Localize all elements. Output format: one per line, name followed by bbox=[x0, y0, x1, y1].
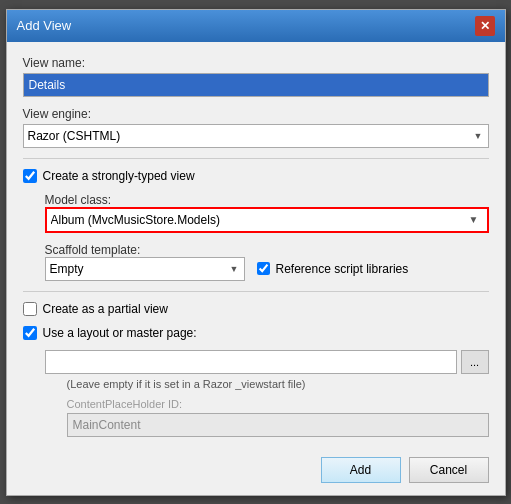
dialog-title: Add View bbox=[17, 18, 72, 33]
view-engine-select[interactable]: Razor (CSHTML) ASPX bbox=[23, 124, 489, 148]
model-class-dropdown-icon[interactable]: ▼ bbox=[465, 214, 483, 225]
view-name-group: View name: bbox=[23, 56, 489, 97]
cancel-button[interactable]: Cancel bbox=[409, 457, 489, 483]
partial-view-row: Create as a partial view bbox=[23, 302, 489, 316]
content-placeholder-label: ContentPlaceHolder ID: bbox=[67, 398, 489, 410]
dialog-body: View name: View engine: Razor (CSHTML) A… bbox=[7, 42, 505, 449]
use-layout-label[interactable]: Use a layout or master page: bbox=[43, 326, 197, 340]
title-bar: Add View ✕ bbox=[7, 10, 505, 42]
ref-script-row: Reference script libraries bbox=[257, 262, 409, 276]
browse-button[interactable]: ... bbox=[461, 350, 489, 374]
layout-hint: (Leave empty if it is set in a Razor _vi… bbox=[67, 378, 489, 390]
use-layout-row: Use a layout or master page: bbox=[23, 326, 489, 340]
add-view-dialog: Add View ✕ View name: View engine: Razor… bbox=[6, 9, 506, 496]
view-name-label: View name: bbox=[23, 56, 489, 70]
ref-script-checkbox[interactable] bbox=[257, 262, 270, 275]
layout-path-input[interactable] bbox=[45, 350, 457, 374]
view-engine-label: View engine: bbox=[23, 107, 489, 121]
scaffold-select-wrapper: Empty Create Delete Details Edit List bbox=[45, 257, 245, 281]
model-class-input[interactable] bbox=[51, 213, 465, 227]
divider-2 bbox=[23, 291, 489, 292]
model-class-box: ▼ bbox=[45, 207, 489, 233]
divider-1 bbox=[23, 158, 489, 159]
strongly-typed-checkbox[interactable] bbox=[23, 169, 37, 183]
scaffold-select[interactable]: Empty Create Delete Details Edit List bbox=[45, 257, 245, 281]
layout-input-group: ... (Leave empty if it is set in a Razor… bbox=[45, 350, 489, 437]
strongly-typed-row: Create a strongly-typed view bbox=[23, 169, 489, 183]
dialog-footer: Add Cancel bbox=[7, 449, 505, 495]
partial-view-checkbox[interactable] bbox=[23, 302, 37, 316]
content-placeholder-input[interactable] bbox=[67, 413, 489, 437]
ref-script-label[interactable]: Reference script libraries bbox=[276, 262, 409, 276]
partial-view-label[interactable]: Create as a partial view bbox=[43, 302, 168, 316]
add-button[interactable]: Add bbox=[321, 457, 401, 483]
scaffold-label: Scaffold template: bbox=[45, 243, 141, 257]
scaffold-row: Empty Create Delete Details Edit List Re… bbox=[45, 257, 489, 281]
close-button[interactable]: ✕ bbox=[475, 16, 495, 36]
model-class-group: Model class: ▼ bbox=[45, 193, 489, 233]
use-layout-checkbox[interactable] bbox=[23, 326, 37, 340]
model-class-label: Model class: bbox=[45, 193, 112, 207]
strongly-typed-label[interactable]: Create a strongly-typed view bbox=[43, 169, 195, 183]
scaffold-group: Scaffold template: Empty Create Delete D… bbox=[45, 243, 489, 281]
view-engine-select-wrapper: Razor (CSHTML) ASPX bbox=[23, 124, 489, 148]
layout-input-row: ... bbox=[45, 350, 489, 374]
view-name-input[interactable] bbox=[23, 73, 489, 97]
view-engine-group: View engine: Razor (CSHTML) ASPX bbox=[23, 107, 489, 148]
